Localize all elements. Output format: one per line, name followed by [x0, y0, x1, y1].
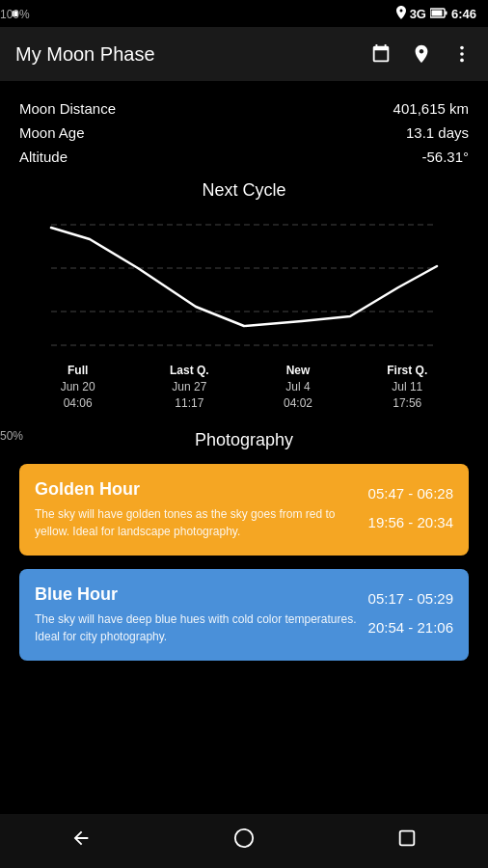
x-label-new: New Jul 4 04:02 [284, 363, 312, 411]
golden-hour-time-2: 19:56 - 20:34 [368, 508, 453, 537]
golden-hour-desc: The sky will have golden tones as the sk… [35, 505, 357, 540]
chart-title: Next Cycle [23, 180, 465, 201]
svg-point-5 [460, 59, 464, 63]
blue-hour-times: 05:17 - 05:29 20:54 - 21:06 [368, 584, 453, 642]
golden-hour-card: Golden Hour The sky will have golden ton… [19, 464, 469, 556]
altitude-value: -56.31° [421, 149, 469, 165]
y-label-50: 50% [0, 429, 35, 443]
blue-hour-info: Blue Hour The sky will have deep blue hu… [35, 584, 368, 645]
blue-hour-time-1: 05:17 - 05:29 [368, 584, 453, 613]
bottom-nav [0, 814, 488, 868]
moon-info: Moon Distance 401,615 km Moon Age 13.1 d… [19, 96, 469, 169]
altitude-row: Altitude -56.31° [19, 145, 469, 169]
back-icon[interactable] [70, 827, 92, 854]
recents-icon[interactable] [396, 827, 418, 854]
signal-label: 3G [410, 7, 426, 21]
app-bar-actions [370, 43, 473, 65]
chart-x-labels: Full Jun 20 04:06 Last Q. Jun 27 11:17 N… [23, 363, 465, 411]
photography-section: Photography Golden Hour The sky will hav… [19, 430, 469, 661]
y-label-100: 100% [0, 8, 35, 21]
golden-hour-info: Golden Hour The sky will have golden ton… [35, 479, 368, 540]
svg-rect-1 [431, 10, 442, 15]
photography-title: Photography [19, 430, 469, 450]
chart-section: Next Cycle 100% 50% 0% [19, 180, 469, 411]
battery-icon [430, 7, 447, 21]
x-label-lastq: Last Q. Jun 27 11:17 [170, 363, 209, 411]
blue-hour-title: Blue Hour [35, 584, 357, 605]
svg-point-4 [460, 52, 464, 56]
svg-rect-2 [445, 11, 447, 14]
app-bar: My Moon Phase [0, 27, 488, 81]
app-title: My Moon Phase [15, 43, 155, 66]
svg-point-3 [460, 46, 464, 50]
calendar-icon[interactable] [370, 43, 392, 65]
svg-point-10 [235, 829, 253, 847]
svg-rect-11 [399, 831, 414, 846]
status-bar: ■ 3G 6:46 [0, 0, 488, 27]
moon-age-row: Moon Age 13.1 days [19, 121, 469, 145]
location-pin-icon[interactable] [411, 43, 432, 65]
location-icon [396, 6, 406, 22]
chart-y-labels: 100% 50% 0% [0, 0, 35, 868]
blue-hour-time-2: 20:54 - 21:06 [368, 613, 453, 642]
x-label-full: Full Jun 20 04:06 [61, 363, 95, 411]
next-cycle-chart [23, 210, 465, 355]
golden-hour-time-1: 05:47 - 06:28 [368, 479, 453, 508]
golden-hour-title: Golden Hour [35, 479, 357, 500]
x-label-firstq: First Q. Jul 11 17:56 [387, 363, 427, 411]
golden-hour-times: 05:47 - 06:28 19:56 - 20:34 [368, 479, 453, 537]
main-content: Moon Distance 401,615 km Moon Age 13.1 d… [0, 81, 488, 661]
moon-distance-row: Moon Distance 401,615 km [19, 96, 469, 121]
more-options-icon[interactable] [451, 43, 473, 65]
moon-distance-value: 401,615 km [393, 100, 469, 117]
home-icon[interactable] [233, 827, 255, 854]
blue-hour-desc: The sky will have deep blue hues with co… [35, 610, 357, 645]
moon-age-value: 13.1 days [406, 124, 469, 141]
clock-time: 6:46 [451, 7, 476, 21]
blue-hour-card: Blue Hour The sky will have deep blue hu… [19, 569, 469, 661]
status-right: 3G 6:46 [396, 6, 476, 22]
